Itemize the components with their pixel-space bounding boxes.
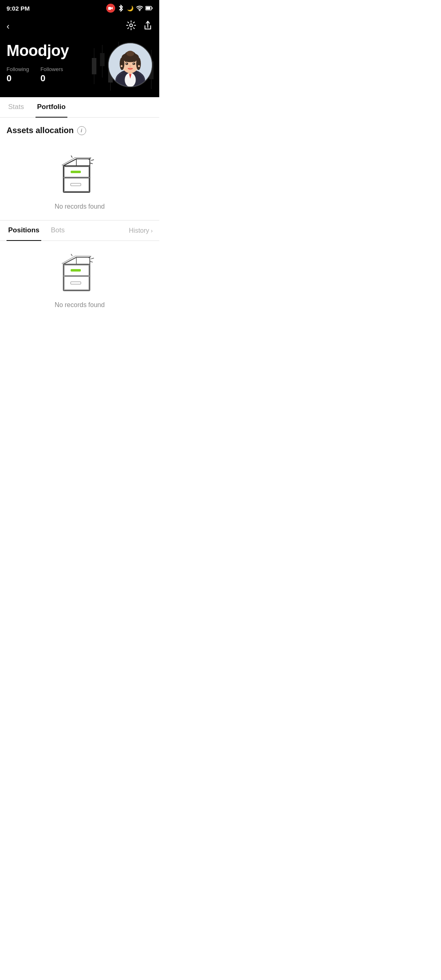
followers-label: Followers [40, 66, 63, 72]
share-icon[interactable] [143, 20, 153, 33]
svg-line-63 [71, 254, 72, 256]
svg-rect-61 [71, 282, 81, 284]
profile-left: Moodjoy Following 0 Followers 0 [7, 42, 108, 84]
svg-rect-47 [64, 178, 89, 192]
battery-icon [145, 4, 153, 12]
svg-line-54 [90, 163, 93, 164]
svg-point-41 [138, 65, 140, 67]
svg-line-50 [71, 156, 72, 158]
assets-empty-state: No records found [0, 143, 159, 220]
svg-line-66 [91, 258, 94, 259]
settings-icon[interactable] [126, 20, 136, 33]
svg-point-6 [130, 24, 133, 27]
svg-rect-5 [146, 7, 150, 9]
positions-empty-text: No records found [55, 301, 105, 309]
profile-content: Moodjoy Following 0 Followers 0 [7, 42, 153, 87]
header: ‹ [0, 16, 159, 38]
wifi-icon [136, 4, 143, 12]
info-icon[interactable]: i [77, 126, 86, 135]
avatar-image [109, 42, 152, 87]
main-tabs: Stats Portfolio [0, 97, 159, 118]
svg-point-39 [129, 65, 131, 67]
tab-portfolio[interactable]: Portfolio [36, 97, 67, 118]
svg-rect-60 [64, 276, 89, 290]
assets-allocation-title: Assets allocation i [7, 126, 153, 135]
svg-point-38 [133, 63, 134, 64]
moon-icon: 🌙 [127, 4, 134, 12]
svg-marker-62 [62, 256, 90, 264]
profile-stats: Following 0 Followers 0 [7, 66, 108, 84]
svg-rect-46 [71, 171, 81, 173]
profile-name: Moodjoy [7, 42, 108, 60]
svg-rect-0 [108, 7, 111, 10]
svg-rect-59 [71, 269, 81, 272]
history-label: History [129, 227, 149, 234]
avatar [108, 42, 153, 87]
svg-rect-42 [63, 166, 90, 192]
assets-allocation-section: Assets allocation i [0, 118, 159, 143]
svg-marker-1 [111, 7, 113, 9]
tab-positions[interactable]: Positions [7, 220, 41, 241]
svg-point-37 [126, 63, 127, 64]
svg-line-67 [90, 261, 93, 262]
svg-rect-4 [152, 7, 153, 9]
history-link[interactable]: History › [129, 227, 153, 234]
svg-rect-48 [71, 183, 81, 186]
status-bar: 9:02 PM 🌙 [0, 0, 159, 16]
followers-count: 0 [40, 73, 63, 84]
positions-empty-cabinet-icon [55, 254, 104, 295]
following-stat: Following 0 [7, 66, 29, 84]
tab-stats[interactable]: Stats [7, 97, 26, 118]
camera-recording-icon [106, 4, 115, 13]
profile-hero: Moodjoy Following 0 Followers 0 [0, 38, 159, 97]
svg-point-31 [120, 58, 125, 70]
svg-rect-55 [63, 264, 90, 291]
following-count: 0 [7, 73, 29, 84]
svg-point-32 [136, 58, 141, 70]
svg-line-53 [91, 160, 94, 160]
bottom-tabs-left: Positions Bots [7, 220, 67, 241]
bluetooth-icon [117, 4, 125, 12]
following-label: Following [7, 66, 29, 72]
empty-cabinet-icon [55, 156, 104, 196]
bottom-tabs: Positions Bots History › [0, 220, 159, 241]
history-chevron-icon: › [151, 227, 153, 234]
status-time: 9:02 PM [7, 5, 30, 12]
assets-empty-text: No records found [55, 203, 105, 210]
svg-point-2 [139, 10, 140, 11]
svg-point-40 [120, 65, 122, 67]
status-icons: 🌙 [106, 4, 153, 13]
tab-bots[interactable]: Bots [49, 220, 67, 241]
positions-empty-state: No records found [0, 241, 159, 318]
back-button[interactable]: ‹ [7, 20, 13, 33]
svg-marker-49 [62, 158, 90, 166]
followers-stat: Followers 0 [40, 66, 63, 84]
svg-point-34 [126, 51, 134, 56]
header-actions [126, 20, 153, 33]
